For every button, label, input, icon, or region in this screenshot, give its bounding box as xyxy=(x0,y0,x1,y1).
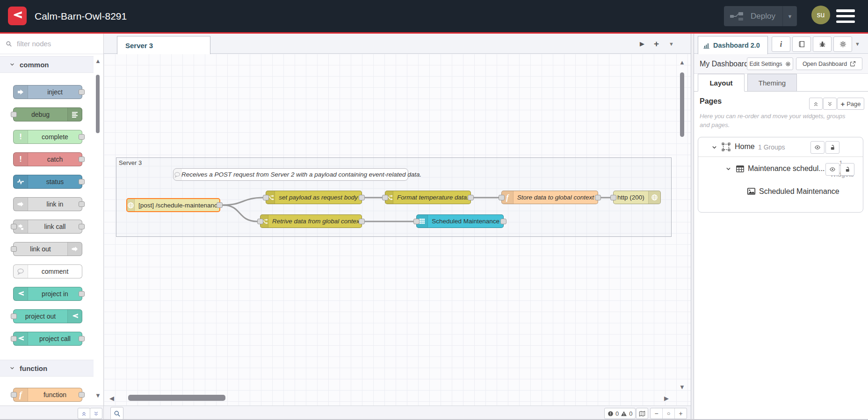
flow-node-ui-table[interactable]: Scheduled Maintenance xyxy=(416,214,504,228)
chevron-down-icon[interactable] xyxy=(711,144,717,150)
input-port xyxy=(11,112,17,117)
palette-node-link-in[interactable]: link in xyxy=(13,197,82,211)
zoom-out-button[interactable]: − xyxy=(651,408,662,419)
palette-category-common[interactable]: common xyxy=(0,56,94,73)
palette-scroll-up-arrow[interactable]: ▲ xyxy=(95,58,101,64)
palette-node-project-out[interactable]: project out xyxy=(13,309,82,323)
minimap-button[interactable] xyxy=(636,408,648,419)
palette-node-link-out[interactable]: link out xyxy=(13,242,82,256)
config-nodes-tab-button[interactable] xyxy=(833,36,852,52)
input-port[interactable] xyxy=(382,195,388,200)
sidebar-splitter[interactable] xyxy=(691,34,694,420)
output-port[interactable] xyxy=(217,202,223,208)
lock-toggle-button[interactable] xyxy=(825,141,839,154)
debug-tab-button[interactable] xyxy=(813,36,832,52)
output-port[interactable] xyxy=(468,195,474,200)
palette-filter-input[interactable] xyxy=(16,39,88,48)
zoom-reset-button[interactable]: ○ xyxy=(662,408,674,419)
input-port[interactable] xyxy=(610,195,616,200)
tab-dashboard-2[interactable]: Dashboard 2.0 xyxy=(698,36,768,54)
warning-count: 0 xyxy=(629,410,632,417)
flow-node-change-format-temperature[interactable]: Format temperature data. xyxy=(385,191,471,204)
edit-settings-button[interactable]: Edit Settings xyxy=(747,57,793,70)
flow-list-caret[interactable]: ▼ xyxy=(669,34,674,54)
zoom-in-button[interactable]: + xyxy=(674,408,687,419)
palette-node-catch[interactable]: ! catch xyxy=(13,152,82,166)
pulse-icon xyxy=(14,175,28,188)
tree-row-group-maintenance[interactable]: 1 Widgets Maintenance schedul... xyxy=(698,157,863,181)
output-port[interactable] xyxy=(500,219,506,224)
external-link-icon xyxy=(850,61,856,67)
tab-theming[interactable]: Theming xyxy=(747,74,797,92)
palette-node-link-call[interactable]: link call xyxy=(13,220,82,234)
palette-node-project-in[interactable]: project in xyxy=(13,287,82,301)
canvas-search-button[interactable] xyxy=(110,407,123,420)
canvas-scroll-up-arrow[interactable]: ▲ xyxy=(679,59,685,65)
input-port[interactable] xyxy=(499,195,505,200)
output-port[interactable] xyxy=(359,195,365,200)
flow-node-change-set-payload[interactable]: set payload as request body xyxy=(266,191,362,204)
expand-all-button[interactable] xyxy=(90,408,102,419)
canvas-vertical-scrollbar-thumb[interactable] xyxy=(680,72,684,137)
palette-node-complete[interactable]: ! complete xyxy=(13,130,82,144)
output-port[interactable] xyxy=(595,195,601,200)
lock-toggle-button[interactable] xyxy=(840,163,854,176)
palette-node-inject[interactable]: inject xyxy=(13,85,82,99)
tab-scroll-right-icon[interactable]: ▶ xyxy=(640,34,644,54)
eye-icon xyxy=(814,144,821,150)
palette-scroll-down-arrow[interactable]: ▼ xyxy=(95,392,101,399)
palette-node-project-call[interactable]: project call xyxy=(13,332,82,346)
group-icon xyxy=(736,164,745,173)
palette-node-comment[interactable]: comment xyxy=(13,264,82,278)
tab-layout[interactable]: Layout xyxy=(698,74,745,92)
input-port xyxy=(11,224,17,229)
tree-row-widget-scheduled-maintenance[interactable]: Scheduled Maintenance xyxy=(698,181,863,203)
flow-node-comment[interactable]: Receives a POST request from Server 2 wi… xyxy=(173,168,408,181)
palette-scrollbar-thumb[interactable] xyxy=(96,75,100,133)
deploy-button[interactable]: Deploy ▼ xyxy=(724,6,797,26)
palette-node-status[interactable]: status xyxy=(13,175,82,189)
open-dashboard-button[interactable]: Open Dashboard xyxy=(796,57,862,70)
exclamation-icon: ! xyxy=(14,130,28,143)
pages-heading: Pages xyxy=(700,97,722,106)
flow-tab-server-3[interactable]: Server 3 xyxy=(117,36,210,54)
input-port[interactable] xyxy=(263,195,269,200)
palette-node-function[interactable]: f function xyxy=(13,388,82,402)
notification-counters[interactable]: 0 0 xyxy=(604,408,636,419)
add-flow-button[interactable]: + xyxy=(654,34,659,54)
flow-canvas[interactable]: Server 3 Receives a POST request from Se… xyxy=(104,54,691,406)
output-port[interactable] xyxy=(359,219,365,224)
main-menu-button[interactable] xyxy=(836,9,855,23)
visibility-toggle-button[interactable] xyxy=(825,163,839,176)
flow-node-function-store-data[interactable]: f Store data to global context xyxy=(501,191,598,204)
gear-icon xyxy=(839,41,846,48)
palette-search[interactable] xyxy=(0,34,103,54)
canvas-scroll-left-arrow[interactable]: ◀ xyxy=(109,395,114,401)
canvas-scroll-right-arrow[interactable]: ▶ xyxy=(664,395,669,401)
palette-node-debug[interactable]: debug xyxy=(13,107,82,121)
move-up-button[interactable] xyxy=(809,98,823,110)
collapse-all-button[interactable] xyxy=(78,408,90,419)
user-avatar[interactable]: su xyxy=(811,6,830,24)
flow-node-change-retrive-data[interactable]: Retrive data from global context xyxy=(260,214,362,228)
output-port xyxy=(79,134,85,140)
deploy-options-caret[interactable]: ▼ xyxy=(782,6,797,26)
canvas-horizontal-scrollbar-thumb[interactable] xyxy=(128,395,225,401)
info-tab-button[interactable]: i xyxy=(772,36,790,52)
input-port[interactable] xyxy=(257,219,263,224)
move-down-button[interactable] xyxy=(823,98,837,110)
tree-row-page-home[interactable]: Home 1 Groups xyxy=(698,137,863,157)
sidebar-options-caret[interactable]: ▼ xyxy=(855,36,860,51)
unlock-icon xyxy=(830,144,836,150)
visibility-toggle-button[interactable] xyxy=(810,141,825,154)
palette-category-function[interactable]: function xyxy=(0,360,94,377)
input-port xyxy=(11,336,17,342)
help-tab-button[interactable] xyxy=(792,36,811,52)
flow-node-http-response[interactable]: http (200) xyxy=(613,191,661,204)
add-page-button[interactable]: + Page xyxy=(837,98,864,110)
input-port[interactable] xyxy=(413,219,420,224)
chevron-down-icon[interactable] xyxy=(725,166,731,172)
output-port xyxy=(79,224,85,229)
flow-node-http-in[interactable]: [post] /schedule-maintenance xyxy=(126,198,220,212)
canvas-scroll-down-arrow[interactable]: ▼ xyxy=(679,384,685,390)
